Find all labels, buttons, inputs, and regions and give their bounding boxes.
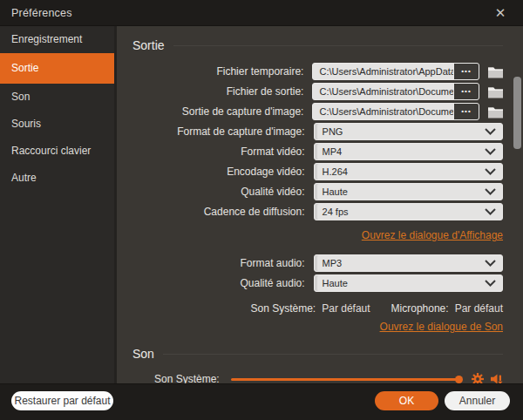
slider-knob[interactable] [455, 376, 463, 383]
sound-dialog-link[interactable]: Ouvrez le dialogue de Son [380, 321, 503, 333]
output-form: Fichier temporaire: C:\Users\Administrat… [132, 63, 503, 383]
video-encoding-label: Encodage vidéo: [132, 166, 305, 178]
image-capture-output-input[interactable]: C:\Users\Administrator\Documents [313, 104, 453, 119]
close-icon[interactable]: ✕ [490, 3, 511, 24]
preferences-dialog: Préférences ✕ Enregistrement Sortie Son … [0, 0, 523, 420]
video-format-row: Format vidéo: MP4 [132, 143, 503, 160]
frame-rate-select[interactable]: 24 fps [314, 203, 503, 220]
image-capture-format-row: Format de capture d'image: PNG [132, 123, 503, 140]
sidebar-item-autre[interactable]: Autre [0, 165, 114, 192]
system-sound-label: Son Système: [251, 302, 316, 315]
microphone-value: Par défaut [455, 302, 503, 315]
select-value: MP3 [315, 258, 485, 268]
image-capture-output-label: Sortie de capture d'image: [132, 105, 303, 118]
video-format-select[interactable]: MP4 [314, 143, 503, 160]
section-title: Son [132, 347, 154, 361]
temp-file-input-group: C:\Users\Administrator\AppData\Lo ••• [312, 63, 479, 80]
video-encoding-select[interactable]: H.264 [314, 163, 503, 180]
chevron-down-icon [485, 148, 496, 155]
select-value: H.264 [315, 166, 485, 177]
audio-format-row: Format audio: MP3 [132, 254, 503, 272]
select-value: 24 fps [315, 207, 485, 217]
chevron-down-icon [485, 208, 496, 215]
dialog-title: Préférences [11, 0, 72, 26]
audio-quality-select[interactable]: Haute [314, 274, 503, 292]
audio-quality-label: Qualité audio: [132, 277, 305, 289]
system-sound-slider-label: Son Système: [154, 373, 220, 383]
temp-file-row: Fichier temporaire: C:\Users\Administrat… [132, 63, 503, 80]
restore-defaults-button[interactable]: Restaurer par défaut [11, 391, 113, 410]
section-title: Sortie [132, 38, 165, 52]
sidebar-item-souris[interactable]: Souris [0, 111, 114, 138]
image-capture-output-input-group: C:\Users\Administrator\Documents ••• [312, 103, 479, 120]
chevron-down-icon [485, 168, 496, 175]
display-dialog-link[interactable]: Ouvrez le dialogue d'Affichage [362, 229, 503, 241]
ok-button[interactable]: OK [375, 391, 438, 410]
frame-rate-label: Cadence de diffusion: [132, 206, 305, 218]
sound-section-heading: Son [132, 347, 503, 361]
chevron-down-icon [485, 280, 496, 287]
scrollbar-thumb[interactable] [513, 77, 521, 149]
image-capture-format-select[interactable]: PNG [314, 123, 503, 140]
video-encoding-row: Encodage vidéo: H.264 [132, 163, 503, 180]
browse-icon[interactable]: ••• [453, 84, 479, 99]
folder-icon[interactable] [488, 85, 503, 98]
system-sound-volume-slider[interactable] [231, 378, 459, 381]
audio-format-select[interactable]: MP3 [314, 254, 503, 272]
video-quality-row: Qualité vidéo: Haute [132, 183, 503, 200]
select-value: PNG [315, 126, 485, 137]
display-dialog-link-row: Ouvrez le dialogue d'Affichage [132, 227, 503, 239]
video-quality-select[interactable]: Haute [314, 183, 503, 200]
output-file-input-group: C:\Users\Administrator\Documents ••• [312, 83, 479, 100]
audio-format-label: Format audio: [132, 257, 305, 269]
temp-file-label: Fichier temporaire: [132, 65, 303, 78]
sidebar-item-enregistrement[interactable]: Enregistrement [0, 26, 114, 53]
cancel-button[interactable]: Annuler [445, 391, 510, 410]
sidebar-item-sortie[interactable]: Sortie [0, 53, 114, 84]
audio-devices-summary: Son Système: Par défaut Microphone: Par … [132, 302, 503, 315]
folder-icon[interactable] [488, 105, 503, 119]
preferences-content: Sortie Fichier temporaire: C:\Users\Admi… [114, 26, 523, 383]
chevron-down-icon [485, 188, 496, 195]
select-value: Haute [315, 186, 485, 197]
system-sound-value: Par défaut [322, 302, 370, 315]
sidebar-item-raccourci-clavier[interactable]: Raccourci clavier [0, 138, 114, 165]
browse-icon[interactable]: ••• [453, 104, 479, 119]
frame-rate-row: Cadence de diffusion: 24 fps [132, 203, 503, 220]
output-section-heading: Sortie [132, 38, 503, 52]
heading-divider [173, 45, 503, 46]
gear-icon[interactable] [472, 373, 484, 383]
video-format-label: Format vidéo: [132, 146, 305, 158]
output-file-label: Fichier de sortie: [132, 85, 303, 98]
sidebar: Enregistrement Sortie Son Souris Raccour… [0, 26, 114, 383]
image-capture-format-label: Format de capture d'image: [132, 125, 305, 138]
microphone-label: Microphone: [391, 302, 449, 315]
chevron-down-icon [485, 260, 496, 267]
system-sound-volume-row: Son Système: [132, 372, 503, 383]
output-file-input[interactable]: C:\Users\Administrator\Documents [313, 84, 453, 99]
browse-icon[interactable]: ••• [453, 64, 479, 79]
footer-bar: Restaurer par défaut OK Annuler [0, 383, 523, 420]
temp-file-input[interactable]: C:\Users\Administrator\AppData\Lo [313, 64, 453, 79]
speaker-volume-icon[interactable] [491, 373, 503, 383]
output-file-row: Fichier de sortie: C:\Users\Administrato… [132, 83, 503, 100]
folder-icon[interactable] [488, 65, 503, 78]
sound-dialog-link-row: Ouvrez le dialogue de Son [132, 318, 503, 330]
image-capture-output-row: Sortie de capture d'image: C:\Users\Admi… [132, 103, 503, 120]
title-bar: Préférences ✕ [0, 0, 523, 26]
select-value: MP4 [315, 146, 485, 157]
select-value: Haute [315, 278, 485, 288]
audio-quality-row: Qualité audio: Haute [132, 274, 503, 292]
heading-divider [163, 354, 503, 355]
sidebar-item-son[interactable]: Son [0, 84, 114, 111]
video-quality-label: Qualité vidéo: [132, 186, 305, 198]
chevron-down-icon [485, 128, 496, 135]
